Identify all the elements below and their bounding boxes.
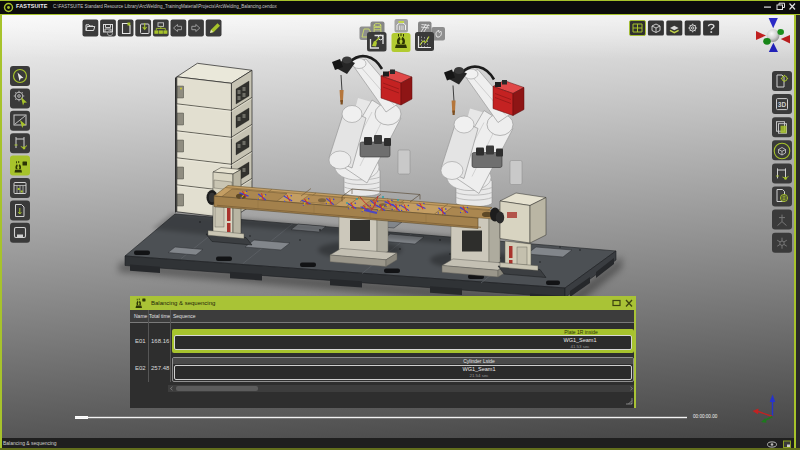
svg-text:3D: 3D [778,101,787,108]
